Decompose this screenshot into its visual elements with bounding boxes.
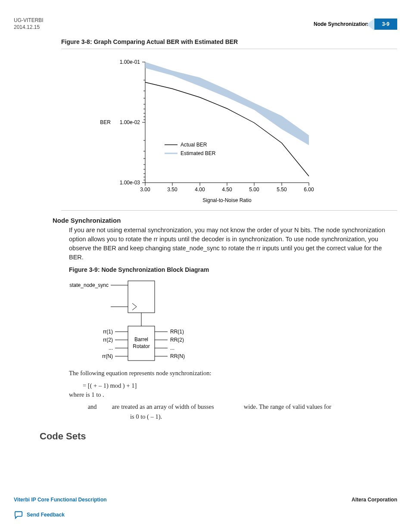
- busses-part1: and: [88, 403, 97, 410]
- header-right: Node Synchronization 3-9: [314, 19, 397, 30]
- xtick-2: 4.00: [195, 187, 205, 193]
- figure-9-diagram: state_node_sync Barrel Rotator rr(1) rr(…: [57, 277, 397, 369]
- ytick-0: 1.00e-01: [120, 59, 140, 65]
- ytick-1: 1.00e-02: [120, 119, 140, 125]
- rr-input-wires-icon: [115, 332, 128, 356]
- rr-in-1: rr(1): [103, 329, 113, 335]
- rr-in-2: rr(2): [103, 337, 113, 343]
- equation-where: where is 1 to .: [69, 391, 397, 398]
- busses-part2: are treated as an array of width of buss…: [112, 403, 214, 410]
- figure-8-caption: Figure 3-8: Graph Comparing Actual BER w…: [61, 38, 397, 45]
- clock-wedge-icon: [132, 303, 137, 310]
- chart-ylabel: BER: [100, 119, 111, 125]
- rr-in-dots: ...: [109, 345, 113, 351]
- node-sync-paragraph: If you are not using external synchroniz…: [69, 226, 389, 262]
- header-left: UG-VITERBI 2014.12.15: [14, 17, 44, 31]
- figure-8-chart: 1.00e-01 1.00e-02 1.00e-03 BER 3.00 3.50…: [14, 53, 397, 208]
- rr-in-n: rr(N): [102, 353, 113, 359]
- barrel-label-2: Rotator: [133, 343, 149, 349]
- equation-line: = [( + – 1) mod ) + 1]: [83, 382, 397, 389]
- estimated-ber-band-icon: [145, 62, 309, 145]
- chart-legend: Actual BER Estimated BER: [165, 142, 216, 156]
- chat-bubble-icon: [14, 510, 23, 519]
- barrel-label-1: Barrel: [134, 336, 148, 342]
- legend-actual: Actual BER: [181, 142, 207, 148]
- rr-output-wires-icon: [155, 332, 168, 356]
- footer-doc-title: Viterbi IP Core Functional Description: [14, 497, 107, 503]
- footer-corporation: Altera Corporation: [352, 497, 397, 503]
- rr-out-dots: ...: [170, 345, 174, 351]
- register-block-icon: [128, 281, 155, 313]
- state-node-sync-label: state_node_sync: [69, 282, 109, 288]
- xtick-5: 5.50: [277, 187, 287, 193]
- busses-sentence: and are treated as an array of width of …: [74, 402, 397, 422]
- equation-intro: The following equation represents node s…: [69, 369, 389, 378]
- figure-8-rule: [61, 49, 397, 49]
- rr-out-1: RR(1): [170, 329, 184, 335]
- ytick-2: 1.00e-03: [120, 180, 140, 186]
- xtick-3: 4.50: [222, 187, 232, 193]
- page-footer: Viterbi IP Core Functional Description A…: [14, 497, 397, 519]
- xtick-0: 3.00: [140, 187, 150, 193]
- page-number-badge: 3-9: [374, 19, 397, 30]
- code-sets-heading: Code Sets: [40, 431, 397, 442]
- legend-estimated: Estimated BER: [181, 150, 216, 156]
- page-header: UG-VITERBI 2014.12.15 Node Synchronizati…: [14, 17, 397, 31]
- xtick-6: 6.00: [304, 187, 314, 193]
- chart-xlabel: Signal-to-Noise Ratio: [202, 197, 252, 203]
- doc-id: UG-VITERBI: [14, 17, 44, 24]
- figure-8-bottom-rule: [61, 210, 397, 211]
- rr-out-n: RR(N): [170, 353, 185, 359]
- node-sync-heading: Node Synchronization: [53, 217, 397, 224]
- busses-part3: wide. The range of valid values for: [244, 403, 331, 410]
- send-feedback-label: Send Feedback: [27, 512, 65, 518]
- busses-part4: is 0 to ( – 1).: [130, 412, 397, 422]
- figure-9-caption: Figure 3-9: Node Synchronization Block D…: [69, 266, 397, 273]
- send-feedback-link[interactable]: Send Feedback: [14, 510, 397, 519]
- xtick-1: 3.50: [167, 187, 177, 193]
- xtick-4: 5.00: [249, 187, 259, 193]
- rr-out-2: RR(2): [170, 337, 184, 343]
- doc-date: 2014.12.15: [14, 24, 44, 31]
- header-section-title: Node Synchronization: [314, 21, 368, 27]
